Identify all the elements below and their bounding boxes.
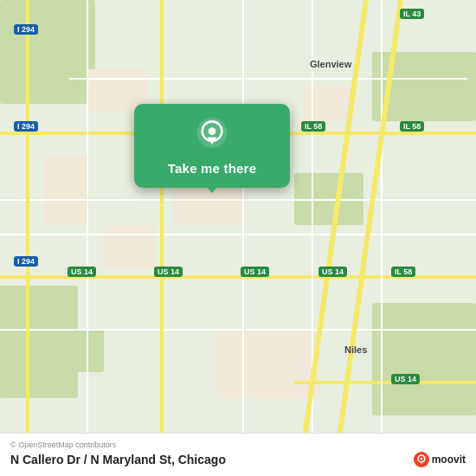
moovit-icon bbox=[414, 452, 429, 467]
road-thin-h2 bbox=[0, 199, 476, 201]
svg-point-2 bbox=[209, 127, 216, 135]
road-v-thin4 bbox=[381, 0, 383, 476]
badge-il58-right: IL 58 bbox=[400, 121, 424, 132]
moovit-logo: moovit bbox=[414, 452, 466, 467]
take-me-there-button[interactable]: Take me there bbox=[168, 161, 256, 176]
svg-point-5 bbox=[420, 458, 422, 460]
badge-us14-4: US 14 bbox=[318, 267, 347, 277]
green-area-nw bbox=[0, 0, 95, 104]
road-thin-h1 bbox=[69, 78, 467, 80]
label-glenview: Glenview bbox=[310, 59, 351, 69]
road-thin-h3 bbox=[0, 234, 476, 235]
badge-i294-mid: I 294 bbox=[14, 121, 38, 132]
location-pin-icon bbox=[195, 118, 229, 152]
location-popup: Take me there bbox=[134, 104, 290, 188]
block-4 bbox=[216, 329, 320, 398]
moovit-pin-svg bbox=[416, 454, 427, 465]
badge-i294-top: I 294 bbox=[14, 24, 38, 35]
badge-us14-2: US 14 bbox=[154, 267, 183, 277]
attribution-text: © OpenStreetMap contributors bbox=[10, 441, 466, 449]
address-row: N Callero Dr / N Maryland St, Chicago mo… bbox=[10, 452, 466, 467]
badge-us14-niles: US 14 bbox=[391, 374, 420, 384]
address-label: N Callero Dr / N Maryland St, Chicago bbox=[10, 453, 226, 466]
bottom-bar: © OpenStreetMap contributors N Callero D… bbox=[0, 433, 476, 476]
green-area-se bbox=[372, 303, 476, 415]
road-us14-niles bbox=[294, 381, 476, 384]
block-2 bbox=[43, 156, 87, 225]
badge-il58-bot: IL 58 bbox=[391, 267, 415, 277]
badge-us14-3: US 14 bbox=[241, 267, 269, 277]
block-6 bbox=[104, 225, 156, 268]
popup-arrow bbox=[203, 183, 221, 193]
badge-il43: IL 43 bbox=[400, 9, 424, 19]
green-area-left bbox=[52, 329, 104, 372]
moovit-text: moovit bbox=[432, 453, 466, 466]
road-v-thin2 bbox=[242, 0, 244, 476]
badge-us14-1: US 14 bbox=[68, 267, 96, 277]
road-thin-h4 bbox=[0, 329, 476, 331]
road-i294-v bbox=[26, 0, 29, 476]
badge-il58-left: IL 58 bbox=[301, 121, 325, 132]
road-v-thin1 bbox=[87, 0, 88, 476]
label-niles: Niles bbox=[344, 344, 367, 355]
road-il21-v bbox=[160, 0, 164, 476]
map-view: I 294 IL 43 I 294 IL 21 IL 58 IL 58 I 29… bbox=[0, 0, 476, 476]
badge-i294-bot: I 294 bbox=[14, 256, 38, 267]
